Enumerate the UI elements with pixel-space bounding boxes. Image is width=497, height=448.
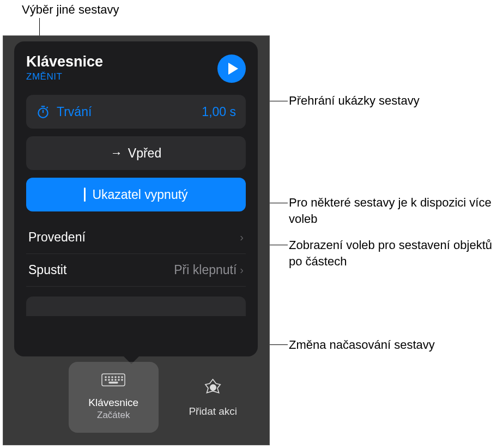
build-tile-keyboard[interactable]: Klávesnice Začátek <box>69 362 159 433</box>
delivery-row[interactable]: Provedení › <box>26 221 246 254</box>
start-label: Spustit <box>28 263 66 277</box>
device-frame: Klávesnice ZMĚNIT Trvání 1,00 s <box>3 35 270 445</box>
svg-point-12 <box>108 379 110 380</box>
add-action-tile[interactable]: Přidat akci <box>168 362 258 433</box>
callout-text: Pro některé sestavy je k dispozici více … <box>289 196 492 226</box>
chevron-right-icon: › <box>240 264 244 276</box>
play-icon <box>228 63 238 75</box>
callout-play: Přehrání ukázky sestavy <box>289 93 420 109</box>
svg-point-9 <box>118 377 119 378</box>
svg-point-5 <box>105 377 106 378</box>
header-left: Klávesnice ZMĚNIT <box>26 53 103 82</box>
arrow-right-icon: → <box>111 146 123 160</box>
svg-point-16 <box>122 379 123 380</box>
tile-title: Přidat akci <box>189 405 237 417</box>
svg-point-7 <box>112 377 113 378</box>
start-value: Při klepnutí <box>174 263 237 277</box>
svg-rect-17 <box>109 382 118 383</box>
tile-subtitle: Začátek <box>97 410 130 421</box>
bottom-bar: Klávesnice Začátek Přidat akci <box>14 358 258 437</box>
target-icon <box>202 377 224 401</box>
svg-point-18 <box>210 385 216 390</box>
duration-label: Trvání <box>57 105 92 119</box>
chevron-right-icon: › <box>240 231 244 244</box>
svg-point-14 <box>115 379 116 380</box>
start-row[interactable]: Spustit Při klepnutí › <box>26 254 246 287</box>
svg-point-8 <box>115 377 116 378</box>
svg-point-11 <box>105 379 106 380</box>
build-title: Klávesnice <box>26 53 103 70</box>
svg-point-15 <box>118 379 119 380</box>
stopwatch-icon <box>36 105 50 119</box>
callout-start: Změna načasování sestavy <box>289 337 435 353</box>
pointer-label: Ukazatel vypnutý <box>92 187 187 202</box>
change-button[interactable]: ZMĚNIT <box>26 71 103 82</box>
svg-point-13 <box>112 379 113 380</box>
callout-change-build: Výběr jiné sestavy <box>22 2 119 18</box>
preview-play-button[interactable] <box>217 55 246 83</box>
callout-text: Zobrazení voleb pro sestavení objektů po… <box>289 238 492 268</box>
svg-line-3 <box>47 107 48 108</box>
duration-row[interactable]: Trvání 1,00 s <box>26 95 246 129</box>
callout-forward: Pro některé sestavy je k dispozici více … <box>289 195 497 227</box>
keyboard-icon <box>101 373 125 392</box>
build-popover: Klávesnice ZMĚNIT Trvání 1,00 s <box>14 41 258 356</box>
popover-header: Klávesnice ZMĚNIT <box>26 53 246 83</box>
svg-point-10 <box>122 377 123 378</box>
duration-value: 1,00 s <box>202 105 236 119</box>
delivery-label: Provedení <box>28 230 86 245</box>
callout-pointer: Zobrazení voleb pro sestavení objektů po… <box>289 237 497 269</box>
pointer-row[interactable]: Ukazatel vypnutý <box>26 178 246 211</box>
svg-point-6 <box>108 377 110 378</box>
cursor-icon <box>84 187 86 202</box>
partial-row <box>26 296 246 316</box>
direction-row[interactable]: → Vpřed <box>26 136 246 170</box>
tile-title: Klávesnice <box>88 397 138 409</box>
direction-label: Vpřed <box>128 146 161 161</box>
